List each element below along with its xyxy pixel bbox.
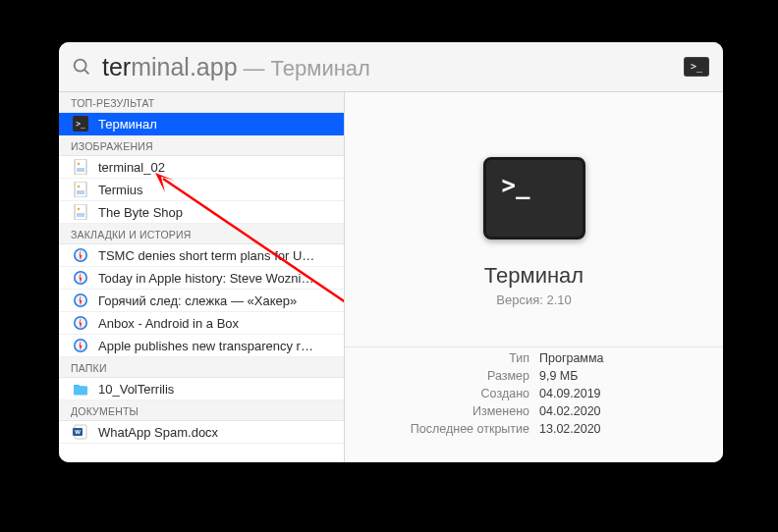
folder-icon [73,381,88,397]
app-icon-large: >_ [483,157,585,239]
image-file-icon [73,204,88,220]
section-header-bookmarks: ЗАКЛАДКИ И ИСТОРИЯ [59,224,344,244]
result-label: terminal_02 [98,160,165,175]
meta-value: 13.02.2020 [539,422,601,436]
svg-rect-5 [75,182,86,197]
safari-icon [73,315,88,331]
svg-point-7 [78,186,81,188]
result-row[interactable]: Anbox - Android in a Box [59,312,344,335]
result-row[interactable]: >_Терминал [59,113,344,135]
meta-row: Последнее открытие13.02.2020 [345,418,701,436]
svg-rect-3 [77,168,84,172]
word-doc-icon: W [73,424,88,440]
svg-rect-8 [75,204,86,220]
result-row[interactable]: Горячий след: слежка — «Хакер» [59,290,344,312]
image-file-icon [73,159,88,175]
svg-point-0 [75,60,86,72]
meta-row: Изменено04.02.2020 [345,400,701,418]
meta-row: Создано04.09.2019 [345,383,701,400]
svg-point-4 [78,163,81,166]
result-row[interactable]: TSMC denies short term plans for U… [59,244,344,267]
result-row[interactable]: WWhatApp Spam.docx [59,421,344,444]
terminal-icon: >_ [684,57,709,77]
result-label: Apple publishes new transparency r… [98,339,313,353]
result-row[interactable]: Today in Apple history: Steve Wozni… [59,267,344,290]
search-icon [71,56,92,78]
meta-key: Изменено [345,404,529,418]
result-label: Today in Apple history: Steve Wozni… [98,271,313,286]
meta-row: ТипПрограмма [345,347,701,365]
result-row[interactable]: Apple publishes new transparency r… [59,335,344,357]
safari-icon [73,247,88,263]
section-header-documents: ДОКУМЕНТЫ [59,400,344,421]
meta-key: Последнее открытие [345,422,529,436]
search-bar[interactable]: terminal.app — Терминал >_ [59,42,723,91]
svg-line-1 [84,70,88,74]
safari-icon [73,293,88,308]
meta-value: 04.09.2019 [539,387,601,400]
search-input[interactable]: terminal.app — Терминал [102,53,684,81]
svg-rect-2 [75,159,86,175]
result-row[interactable]: The Byte Shop [59,201,344,224]
safari-icon [73,270,88,286]
meta-value: Программа [539,351,604,365]
svg-text:W: W [75,429,81,435]
section-header-images: ИЗОБРАЖЕНИЯ [59,135,344,156]
section-header-top: ТОП-РЕЗУЛЬТАТ [59,92,344,113]
result-label: 10_VolTerrilis [98,382,174,397]
result-label: Anbox - Android in a Box [98,316,239,331]
result-row[interactable]: terminal_02 [59,156,344,179]
result-row[interactable]: 10_VolTerrilis [59,378,344,400]
terminal-icon: >_ [73,116,88,132]
safari-icon [73,338,88,353]
meta-value: 04.02.2020 [539,404,601,418]
meta-key: Тип [345,351,529,365]
result-label: Termius [98,183,143,197]
preview-metadata: ТипПрограммаРазмер9,9 МБСоздано04.09.201… [345,346,723,444]
section-header-folders: ПАПКИ [59,357,344,378]
meta-row: Размер9,9 МБ [345,365,701,383]
preview-title: Терминал [484,263,584,289]
result-label: The Byte Shop [98,205,183,220]
preview-version: Версия: 2.10 [496,293,571,307]
svg-rect-9 [77,213,84,217]
result-label: TSMC denies short term plans for U… [98,248,314,263]
meta-key: Размер [345,369,529,383]
image-file-icon [73,182,88,197]
result-label: Терминал [98,117,157,132]
results-sidebar: ТОП-РЕЗУЛЬТАТ >_Терминал ИЗОБРАЖЕНИЯ ter… [59,92,345,462]
meta-value: 9,9 МБ [539,369,578,383]
meta-key: Создано [345,387,529,400]
svg-point-10 [78,208,81,211]
result-label: WhatApp Spam.docx [98,425,218,440]
result-label: Горячий след: слежка — «Хакер» [98,293,297,308]
result-row[interactable]: Termius [59,179,344,201]
spotlight-window: terminal.app — Терминал >_ ТОП-РЕЗУЛЬТАТ… [59,42,723,462]
preview-pane: >_ Терминал Версия: 2.10 ТипПрограммаРаз… [345,92,723,462]
svg-rect-6 [77,190,84,194]
